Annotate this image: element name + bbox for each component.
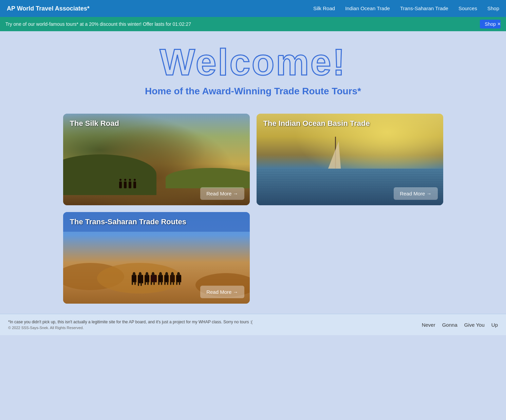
caravan-figure <box>124 182 127 188</box>
caravan-figure <box>129 182 131 188</box>
camel <box>151 275 157 282</box>
indian-ocean-title: The Indian Ocean Basin Trade <box>257 114 443 133</box>
silk-road-read-more[interactable]: Read More → <box>200 187 244 200</box>
nav-indian-ocean[interactable]: Indian Ocean Trade <box>345 5 390 11</box>
promo-banner: Try one of our world-famous tours* at a … <box>0 17 506 31</box>
camel <box>164 275 169 282</box>
cards-grid: The Silk Road Read More → The Indian Oce… <box>50 114 457 304</box>
nav-brand: AP World Travel Associates* <box>7 5 90 12</box>
hero-welcome-text: Welcome! <box>7 41 499 82</box>
banner-close-button[interactable]: × <box>498 21 501 27</box>
camel-row <box>63 275 250 283</box>
silk-road-title: The Silk Road <box>63 114 250 133</box>
nav-silk-road[interactable]: Silk Road <box>313 5 335 11</box>
camel <box>158 275 163 282</box>
silk-hills <box>63 148 250 188</box>
caravan-figure <box>119 182 122 188</box>
camel <box>145 275 149 282</box>
footer-link-up[interactable]: Up <box>491 322 498 328</box>
trans-saharan-title: The Trans-Saharan Trade Routes <box>63 212 250 232</box>
hero-section: Welcome! Home of the Award-Winning Trade… <box>0 31 506 103</box>
footer-copyright: © 2022 SSS-Says-Snek. All Rights Reserve… <box>8 326 422 330</box>
silk-road-card: The Silk Road Read More → <box>63 114 250 205</box>
hero-subtitle-text: Home of the Award-Winning Trade Route To… <box>7 86 499 97</box>
footer-links: Never Gonna Give You Up <box>422 322 498 328</box>
trans-saharan-read-more[interactable]: Read More → <box>200 286 244 298</box>
footer-disclaimer: *In case you didn't pick up, this isn't … <box>8 320 422 324</box>
caravan-figures <box>119 182 136 188</box>
nav-links: Silk Road Indian Ocean Trade Trans-Sahar… <box>313 5 499 12</box>
footer-link-gonna[interactable]: Gonna <box>442 322 457 328</box>
indian-ocean-card: The Indian Ocean Basin Trade Read More → <box>257 114 443 205</box>
nav-trans-saharan[interactable]: Trans-Saharan Trade <box>400 5 448 11</box>
indian-ocean-read-more[interactable]: Read More → <box>394 187 437 200</box>
nav-sources[interactable]: Sources <box>458 5 477 11</box>
banner-text: Try one of our world-famous tours* at a … <box>5 21 474 27</box>
camel <box>138 275 143 283</box>
nav-shop[interactable]: Shop <box>487 5 499 11</box>
caravan-figure <box>133 182 136 188</box>
footer: *In case you didn't pick up, this isn't … <box>0 314 506 335</box>
footer-left: *In case you didn't pick up, this isn't … <box>8 320 422 330</box>
navbar: AP World Travel Associates* Silk Road In… <box>0 0 506 17</box>
camel <box>176 275 181 282</box>
camel <box>132 275 136 282</box>
trans-saharan-card: The Trans-Saharan Trade Routes Read More… <box>63 212 250 304</box>
footer-link-give-you[interactable]: Give You <box>464 322 485 328</box>
camel <box>170 275 175 282</box>
footer-link-never[interactable]: Never <box>422 322 435 328</box>
